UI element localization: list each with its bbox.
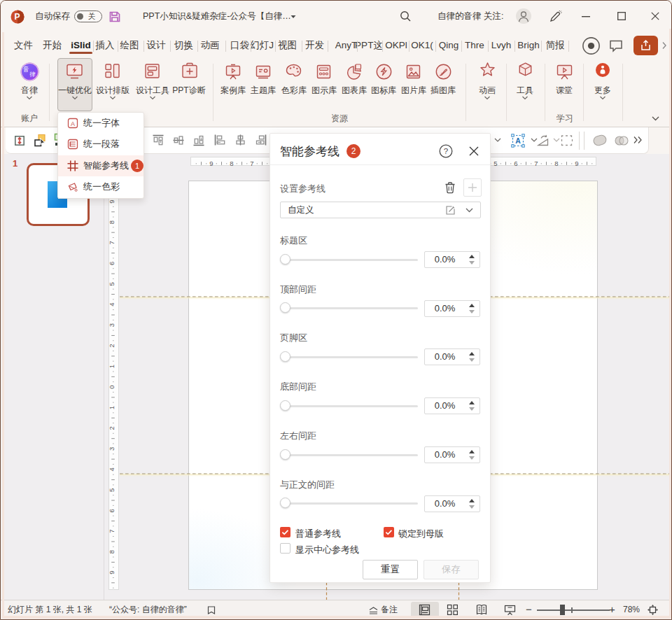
svg-text:9: 9 (109, 570, 115, 574)
svg-text:2: 2 (109, 344, 115, 348)
svg-text:3: 3 (109, 323, 115, 327)
svg-text:音: 音 (22, 66, 29, 73)
svg-text:4: 4 (109, 467, 115, 471)
svg-text:律: 律 (29, 71, 36, 78)
svg-text:7: 7 (534, 160, 538, 167)
svg-text:8: 8 (554, 160, 558, 167)
svg-text:1: 1 (109, 365, 115, 368)
svg-text:2: 2 (109, 426, 115, 430)
svg-text:6: 6 (514, 160, 517, 167)
svg-text:8: 8 (109, 550, 115, 554)
svg-text:9: 9 (109, 199, 115, 203)
svg-text:8: 8 (230, 160, 233, 167)
svg-text:3: 3 (109, 447, 115, 451)
svg-text:?: ? (444, 147, 448, 155)
svg-text:7: 7 (109, 530, 115, 533)
svg-text:1: 1 (109, 406, 115, 409)
svg-text:4: 4 (109, 303, 115, 307)
svg-text:7: 7 (109, 241, 115, 244)
svg-text:0: 0 (109, 385, 115, 388)
svg-text:A: A (515, 136, 521, 145)
svg-text:6: 6 (109, 262, 115, 265)
svg-text:9: 9 (209, 160, 213, 167)
svg-text:5: 5 (109, 488, 115, 492)
svg-text:6: 6 (109, 509, 115, 512)
svg-text:5: 5 (493, 160, 497, 167)
svg-text:P: P (15, 12, 20, 22)
svg-text:5: 5 (109, 282, 115, 286)
svg-text:8: 8 (109, 220, 115, 224)
svg-text:9: 9 (575, 160, 578, 167)
svg-text:7: 7 (250, 160, 253, 167)
svg-text:A: A (71, 120, 75, 127)
